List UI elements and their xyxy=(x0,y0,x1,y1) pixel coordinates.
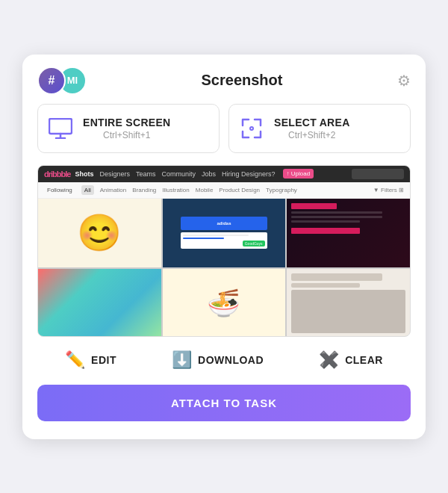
emoji-smiley: 😊 xyxy=(77,212,122,254)
food-emoji: 🍜 xyxy=(207,288,240,319)
select-area-text: SELECT AREA Ctrl+Shift+2 xyxy=(274,117,350,140)
avatars: # MI xyxy=(37,66,87,95)
page-title: Screenshot xyxy=(87,72,397,89)
mini-badge: GoodGuys xyxy=(243,241,265,246)
mockup-bar-2 xyxy=(291,283,360,288)
upload-btn: ↑ Upload xyxy=(283,169,314,179)
mini-line-2 xyxy=(183,238,224,239)
browser-tab-shots: Shots xyxy=(75,170,93,178)
grid-cell-1: 😊 xyxy=(38,199,161,267)
select-area-shortcut: Ctrl+Shift+2 xyxy=(274,130,350,140)
food-design: 🍜 xyxy=(163,269,286,337)
browser-search xyxy=(352,169,404,179)
edit-button[interactable]: ✏️ EDIT xyxy=(57,347,124,373)
gear-icon[interactable]: ⚙ xyxy=(397,72,411,90)
main-card: # MI Screenshot ⚙ ENTIRE SCREEN Ctrl+Shi… xyxy=(22,55,426,439)
art-design xyxy=(38,269,161,337)
select-area-icon xyxy=(240,117,264,140)
filter-all: All xyxy=(81,185,94,195)
clear-button[interactable]: ✖️ CLEAR xyxy=(311,347,391,373)
preview-area: dribbble Shots Designers Teams Community… xyxy=(37,165,411,337)
filter-right: ▼ Filters ⊞ xyxy=(373,187,404,193)
browser-tab-community: Community xyxy=(161,170,196,178)
edit-label: EDIT xyxy=(91,354,116,366)
grid-cell-6 xyxy=(287,269,410,337)
action-row: ✏️ EDIT ⬇️ DOWNLOAD ✖️ CLEAR xyxy=(22,337,426,385)
filter-bar: Following All Animation Branding Illustr… xyxy=(38,182,410,199)
dark-accent-1 xyxy=(291,203,337,209)
dribbble-logo: dribbble xyxy=(44,170,70,179)
mockup-bar-1 xyxy=(291,273,382,281)
filter-mobile: Mobile xyxy=(196,187,214,193)
grid-cell-4 xyxy=(38,269,161,337)
filter-following: Following xyxy=(44,185,75,195)
dark-accent-2 xyxy=(291,228,360,234)
entire-screen-text: ENTIRE SCREEN Ctrl+Shift+1 xyxy=(83,117,170,140)
browser-tab-jobs: Jobs xyxy=(202,170,216,178)
filter-illustration: Illustration xyxy=(162,187,189,193)
card-design: adidas GoodGuys xyxy=(163,199,286,267)
attach-to-task-button[interactable]: ATTACH TO TASK xyxy=(37,385,411,421)
ui-mockup xyxy=(287,269,410,337)
mockup-box xyxy=(291,290,405,333)
filter-typography: Typography xyxy=(266,187,297,193)
browser-tab-teams: Teams xyxy=(136,170,156,178)
entire-screen-label: ENTIRE SCREEN xyxy=(83,117,170,128)
grid-preview: 😊 adidas GoodGuys xyxy=(38,199,410,337)
dark-line-1 xyxy=(291,211,382,214)
dark-line-3 xyxy=(291,220,360,223)
browser-tab-hiring: Hiring Designers? xyxy=(222,170,276,178)
options-row: ENTIRE SCREEN Ctrl+Shift+1 SELECT AREA C… xyxy=(22,104,426,165)
select-area-label: SELECT AREA xyxy=(274,117,350,128)
browser-bar: dribbble Shots Designers Teams Community… xyxy=(38,166,410,182)
avatar-hash: # xyxy=(37,66,66,95)
mini-card-top: adidas xyxy=(181,217,267,230)
grid-cell-5: 🍜 xyxy=(163,269,286,337)
svg-rect-0 xyxy=(49,119,72,134)
mini-line-1 xyxy=(183,235,248,236)
download-label: DOWNLOAD xyxy=(198,354,264,366)
mini-card-bottom: GoodGuys xyxy=(181,232,267,249)
dark-line-2 xyxy=(291,216,382,218)
filter-animation: Animation xyxy=(100,187,127,193)
filter-branding: Branding xyxy=(132,187,156,193)
monitor-icon xyxy=(49,118,72,139)
clear-label: CLEAR xyxy=(345,354,383,366)
clear-icon: ✖️ xyxy=(319,352,339,368)
entire-screen-shortcut: Ctrl+Shift+1 xyxy=(83,130,170,140)
browser-tab-designers: Designers xyxy=(99,170,130,178)
download-icon: ⬇️ xyxy=(172,352,192,368)
grid-cell-3 xyxy=(287,199,410,267)
browser-nav: Shots Designers Teams Community Jobs Hir… xyxy=(75,170,275,178)
dark-design xyxy=(287,199,410,267)
select-area-button[interactable]: SELECT AREA Ctrl+Shift+2 xyxy=(228,104,411,153)
header: # MI Screenshot ⚙ xyxy=(22,55,426,104)
grid-cell-2: adidas GoodGuys xyxy=(163,199,286,267)
edit-icon: ✏️ xyxy=(65,352,85,368)
filter-product: Product Design xyxy=(219,187,260,193)
entire-screen-button[interactable]: ENTIRE SCREEN Ctrl+Shift+1 xyxy=(37,104,220,153)
download-button[interactable]: ⬇️ DOWNLOAD xyxy=(164,347,271,373)
